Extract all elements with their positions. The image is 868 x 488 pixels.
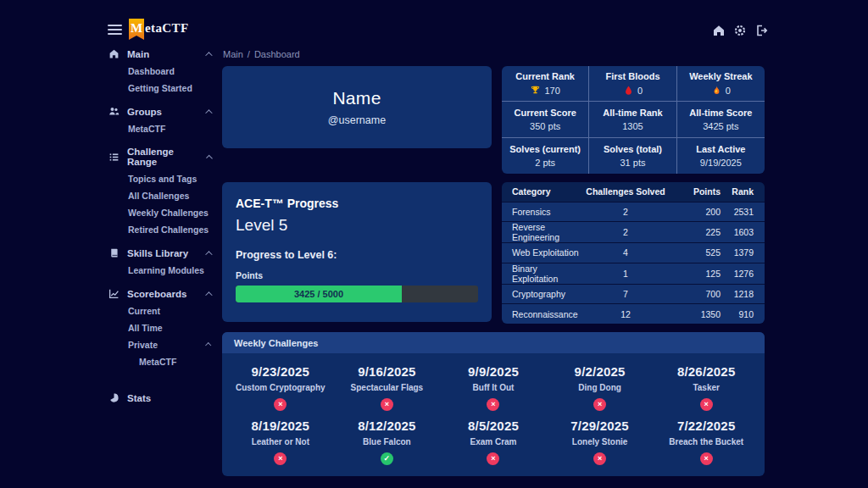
table-row: Binary Exploitation 1 125 1276 xyxy=(502,263,765,284)
sidebar-item-groups[interactable]: Groups xyxy=(108,106,210,117)
chevron-up-icon xyxy=(205,109,212,116)
table-row: Web Exploitation 4 525 1379 xyxy=(502,243,765,263)
profile-name: Name xyxy=(332,88,381,108)
chevron-up-icon xyxy=(205,251,212,258)
sidebar-item-private-metactf[interactable]: MetaCTF xyxy=(139,357,210,367)
flame-icon xyxy=(711,85,722,96)
breadcrumb: Main/Dashboard xyxy=(223,49,300,59)
home-icon[interactable] xyxy=(712,24,726,37)
progress-subtitle: Progress to Level 6: xyxy=(236,249,478,261)
sidebar-item-label: Skills Library xyxy=(127,248,188,258)
sidebar-item-scoreboards[interactable]: Scoreboards xyxy=(108,288,210,299)
status-icon: × xyxy=(487,452,499,465)
weekly-challenge[interactable]: 9/9/2025 Buff It Out × xyxy=(440,364,547,411)
stat-weekly-streak: Weekly Streak 0 xyxy=(677,66,765,102)
menu-hamburger-icon[interactable] xyxy=(108,25,122,37)
list-icon xyxy=(108,152,120,163)
ace-t-progress-card: ACE-T™ Progress Level 5 Progress to Leve… xyxy=(222,182,492,322)
status-icon: × xyxy=(593,398,606,411)
status-icon: × xyxy=(593,452,606,465)
sidebar-item-label: Groups xyxy=(127,107,162,117)
ace-t-level: Level 5 xyxy=(236,216,478,235)
profile-username: @username xyxy=(328,114,386,126)
sidebar-item-all-time[interactable]: All Time xyxy=(128,323,210,333)
chevron-up-icon xyxy=(205,291,212,298)
weekly-challenge[interactable]: 7/22/2025 Breach the Bucket × xyxy=(653,419,760,465)
weekly-challenge[interactable]: 8/12/2025 Blue Falcon ✓ xyxy=(334,419,441,465)
sidebar-item-label: Scoreboards xyxy=(127,289,186,299)
stat-current-score: Current Score 350 pts xyxy=(502,102,589,137)
table-header-row: Category Challenges Solved Points Rank xyxy=(502,182,765,202)
sidebar: Main Dashboard Getting Started Groups Me… xyxy=(108,48,210,403)
status-icon: × xyxy=(700,452,713,465)
sidebar-item-current[interactable]: Current xyxy=(128,306,210,316)
breadcrumb-main[interactable]: Main xyxy=(223,49,243,59)
home-icon xyxy=(108,48,120,59)
progress-bar-track: 3425 / 5000 xyxy=(236,286,478,302)
status-icon: × xyxy=(274,452,287,465)
trophy-icon xyxy=(530,85,541,96)
sidebar-item-label: Stats xyxy=(127,393,151,403)
blood-drop-icon xyxy=(623,85,634,96)
logout-icon[interactable] xyxy=(754,24,768,37)
sidebar-item-retired-challenges[interactable]: Retired Challenges xyxy=(128,225,210,235)
stat-first-bloods: First Bloods 0 xyxy=(589,66,676,102)
chevron-up-icon xyxy=(206,154,213,161)
weekly-challenge[interactable]: 7/29/2025 Lonely Stonie × xyxy=(547,419,654,465)
category-table: Category Challenges Solved Points Rank F… xyxy=(502,182,765,324)
stat-current-rank: Current Rank 170 xyxy=(502,66,589,102)
sidebar-item-main[interactable]: Main xyxy=(108,48,210,59)
chevron-up-icon xyxy=(205,342,211,348)
progress-bar-fill: 3425 / 5000 xyxy=(236,286,402,302)
status-icon: × xyxy=(487,398,499,411)
settings-gear-icon[interactable] xyxy=(733,24,747,37)
sidebar-item-getting-started[interactable]: Getting Started xyxy=(128,83,210,93)
stats-grid: Current Rank 170 First Bloods 0 Weekly S… xyxy=(502,66,765,174)
weekly-challenge[interactable]: 8/5/2025 Exam Cram × xyxy=(440,419,547,465)
status-icon: × xyxy=(274,398,287,411)
sidebar-item-weekly-challenges[interactable]: Weekly Challenges xyxy=(128,208,210,218)
sidebar-item-dashboard[interactable]: Dashboard xyxy=(128,66,210,76)
sidebar-item-groups-metactf[interactable]: MetaCTF xyxy=(128,124,210,134)
chart-line-icon xyxy=(108,288,120,299)
sidebar-item-stats[interactable]: Stats xyxy=(108,392,210,403)
table-row: Forensics 2 200 2531 xyxy=(502,202,765,222)
chevron-up-icon xyxy=(205,52,212,58)
sidebar-item-private[interactable]: Private xyxy=(128,340,210,350)
stat-solves-current: Solves (current) 2 pts xyxy=(502,138,589,174)
stat-last-active: Last Active 9/19/2025 xyxy=(677,138,765,174)
pie-chart-icon xyxy=(108,392,120,403)
status-icon: × xyxy=(700,398,713,411)
sidebar-item-skills-library[interactable]: Skills Library xyxy=(108,247,210,258)
weekly-challenges-panel: Weekly Challenges 9/23/2025 Custom Crypt… xyxy=(222,332,765,476)
table-row: Cryptography 7 700 1218 xyxy=(502,285,765,304)
table-row: Reverse Engineering 2 225 1603 xyxy=(502,222,765,242)
sidebar-item-label: Main xyxy=(127,49,149,59)
weekly-challenge[interactable]: 9/16/2025 Spectacular Flags × xyxy=(334,364,441,411)
status-icon: ✓ xyxy=(381,452,393,465)
progress-metric-label: Points xyxy=(236,270,478,280)
sidebar-item-label: Challenge Range xyxy=(127,147,198,167)
breadcrumb-dashboard[interactable]: Dashboard xyxy=(254,49,300,59)
metactf-logo[interactable]: M etaCTF xyxy=(129,19,189,40)
users-icon xyxy=(108,106,120,117)
sidebar-item-all-challenges[interactable]: All Challenges xyxy=(128,191,210,201)
stat-alltime-score: All-time Score 3425 pts xyxy=(677,102,765,137)
weekly-challenge[interactable]: 9/2/2025 Ding Dong × xyxy=(547,364,654,411)
weekly-challenge[interactable]: 8/19/2025 Leather or Not × xyxy=(227,419,334,465)
weekly-challenge[interactable]: 8/26/2025 Tasker × xyxy=(653,364,760,411)
sidebar-item-challenge-range[interactable]: Challenge Range xyxy=(108,147,210,167)
logo-text: etaCTF xyxy=(145,19,189,37)
stat-alltime-rank: All-time Rank 1305 xyxy=(589,102,676,137)
stat-solves-total: Solves (total) 31 pts xyxy=(589,138,676,174)
weekly-challenge[interactable]: 9/23/2025 Custom Cryptography × xyxy=(227,364,334,411)
profile-card: Name @username xyxy=(222,66,492,148)
ace-t-title: ACE-T™ Progress xyxy=(236,197,478,210)
book-icon xyxy=(108,247,120,258)
sidebar-item-topics-and-tags[interactable]: Topics and Tags xyxy=(128,174,210,184)
table-row: Reconnaissance 12 1350 910 xyxy=(502,304,765,324)
logo-ribbon-badge: M xyxy=(129,19,144,40)
sidebar-item-learning-modules[interactable]: Learning Modules xyxy=(128,265,210,275)
weekly-challenges-title: Weekly Challenges xyxy=(222,332,765,353)
status-icon: × xyxy=(381,398,393,411)
